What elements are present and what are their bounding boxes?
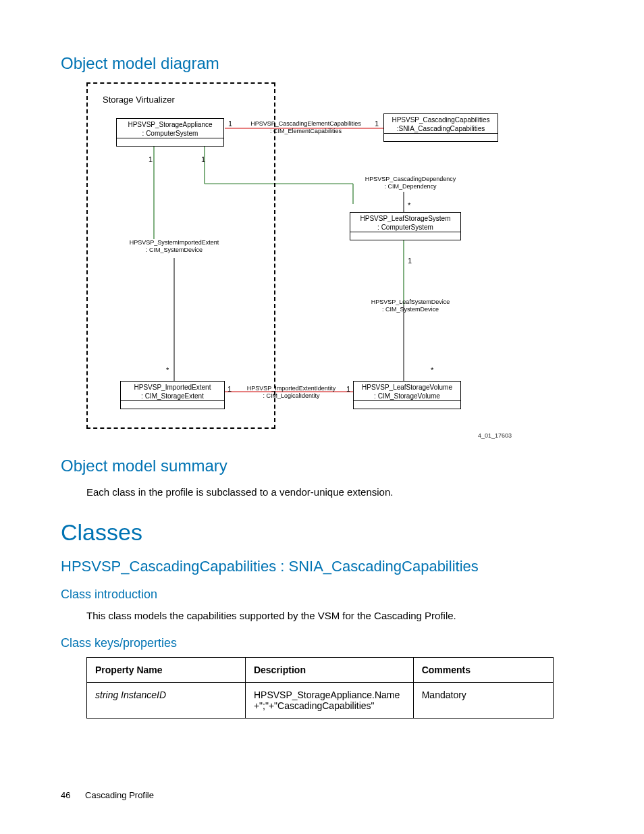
- node-l2: : CIM_StorageVolume: [374, 392, 440, 400]
- page-number: 46: [61, 790, 70, 800]
- lbl-l2: : CIM_ElementCapabilities: [270, 128, 342, 134]
- node-l1: HPSVSP_ImportedExtent: [134, 384, 211, 391]
- mult-star-c: *: [166, 366, 169, 374]
- node-cascading-capabilities: HPSVSP_CascadingCapabilities :SNIA_Casca…: [383, 113, 498, 134]
- mult-1g: 1: [346, 385, 350, 393]
- label-cascading-element-capabilities: HPSVSP_CascadingElementCapabilities : CI…: [242, 120, 370, 135]
- table-properties: Property Name Description Comments strin…: [86, 657, 554, 719]
- lbl-l1: HPSVSP_CascadingElementCapabilities: [250, 120, 361, 127]
- lbl-l2: : CIM_SystemDevice: [146, 246, 203, 253]
- node-cascading-capabilities-ext: [383, 134, 498, 142]
- lbl-l2: : CIM_LogicalIdentity: [263, 392, 319, 399]
- lbl-l2: : CIM_Dependency: [384, 183, 436, 190]
- lbl-l1: HPSVSP_ImportedExtentIdentity: [247, 385, 336, 392]
- heading-class-name: HPSVSP_CascadingCapabilities : SNIA_Casc…: [61, 558, 583, 575]
- heading-class-introduction: Class introduction: [61, 588, 583, 602]
- mult-1d: 1: [201, 155, 205, 163]
- text-class-introduction: This class models the capabilities suppo…: [86, 608, 583, 623]
- node-l2: : ComputerSystem: [377, 224, 433, 231]
- node-l1: HPSVSP_LeafStorageVolume: [362, 384, 452, 391]
- lbl-l1: HPSVSP_LeafSystemDevice: [371, 298, 450, 305]
- th-description: Description: [245, 658, 413, 683]
- th-comments: Comments: [413, 658, 553, 683]
- diagram-id: 4_01_17603: [478, 432, 512, 439]
- heading-object-model-diagram: Object model diagram: [61, 54, 583, 73]
- label-leaf-system-device: HPSVSP_LeafSystemDevice : CIM_SystemDevi…: [356, 298, 464, 313]
- heading-classes: Classes: [61, 519, 583, 546]
- mult-1c: 1: [149, 155, 153, 163]
- th-property-name: Property Name: [87, 658, 246, 683]
- mult-1b: 1: [375, 120, 379, 128]
- node-l2: : CIM_StorageExtent: [141, 392, 204, 400]
- mult-1a: 1: [228, 120, 232, 128]
- label-imported-extent-identity: HPSVSP_ImportedExtentIdentity : CIM_Logi…: [232, 385, 350, 400]
- text-summary: Each class in the profile is subclassed …: [86, 485, 583, 499]
- node-leaf-storage-volume-ext: [353, 401, 461, 409]
- table-row: string InstanceID HPSVSP_StorageApplianc…: [87, 683, 554, 719]
- label-system-imported-extent: HPSVSP_SystemImportedExtent : CIM_System…: [113, 239, 235, 254]
- heading-class-keys-properties: Class keys/properties: [61, 636, 583, 650]
- lbl-l1: HPSVSP_SystemImportedExtent: [130, 239, 219, 246]
- label-cascading-dependency: HPSVSP_CascadingDependency : CIM_Depende…: [350, 176, 471, 190]
- lbl-l2: : CIM_SystemDevice: [382, 306, 439, 313]
- lbl-l1: HPSVSP_CascadingDependency: [365, 176, 456, 182]
- cell-description: HPSVSP_StorageAppliance.Name+";"+"Cascad…: [245, 683, 413, 719]
- node-l1: HPSVSP_LeafStorageSystem: [360, 215, 451, 222]
- node-leaf-storage-volume: HPSVSP_LeafStorageVolume : CIM_StorageVo…: [353, 381, 461, 401]
- node-leaf-storage-system: HPSVSP_LeafStorageSystem : ComputerSyste…: [350, 212, 461, 232]
- mult-star-b: *: [431, 366, 433, 374]
- cell-comments: Mandatory: [413, 683, 553, 719]
- node-l1: HPSVSP_StorageAppliance: [128, 121, 212, 128]
- mult-1e: 1: [408, 257, 412, 265]
- table-header-row: Property Name Description Comments: [87, 658, 554, 683]
- page-footer: 46 Cascading Profile: [61, 790, 154, 800]
- mult-1f: 1: [227, 385, 232, 393]
- node-imported-extent: HPSVSP_ImportedExtent : CIM_StorageExten…: [120, 381, 225, 401]
- node-l2: :SNIA_CascadingCapabilities: [397, 125, 485, 132]
- object-model-diagram: Storage Virtualizer HPSVSP_StorageApplia…: [86, 82, 525, 440]
- mult-star-a: *: [408, 201, 410, 209]
- footer-title: Cascading Profile: [85, 790, 154, 800]
- label-storage-virtualizer: Storage Virtualizer: [103, 95, 175, 105]
- node-storage-appliance: HPSVSP_StorageAppliance : ComputerSystem: [116, 118, 224, 138]
- node-l2: : ComputerSystem: [142, 130, 198, 137]
- heading-object-model-summary: Object model summary: [61, 457, 583, 475]
- node-imported-extent-ext: [120, 401, 225, 409]
- cell-property-name: string InstanceID: [87, 683, 246, 719]
- node-storage-appliance-ext: [116, 138, 224, 147]
- node-leaf-storage-system-ext: [350, 232, 461, 240]
- node-l1: HPSVSP_CascadingCapabilities: [392, 116, 489, 124]
